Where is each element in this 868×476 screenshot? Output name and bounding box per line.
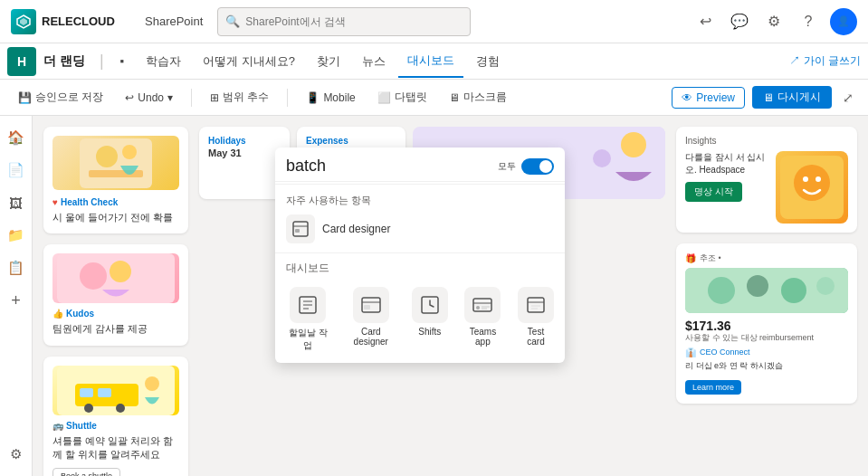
nav-cta[interactable]: ↗ 가이 글쓰기: [789, 53, 861, 69]
nav-divider: |: [100, 52, 104, 71]
popup-divider-2: [275, 252, 565, 253]
shuttle-image: [52, 366, 179, 415]
right-column: Insights 다를을 잠시 서 십시오. Headspace 명상 시작: [676, 127, 857, 465]
nav-how[interactable]: 어떻게 지내세요?: [194, 45, 304, 78]
learn-more-btn[interactable]: Learn more: [685, 380, 741, 395]
svg-rect-39: [473, 299, 491, 311]
left-nav-documents[interactable]: 📁: [2, 221, 31, 250]
svg-point-20: [794, 165, 830, 201]
desktop-btn[interactable]: 🖥 마스크름: [442, 86, 514, 109]
publish-btn[interactable]: 🖥 다시게시: [752, 86, 832, 109]
health-label: ♥ Health Check: [52, 197, 179, 207]
toolbar: 💾 승인으로 저장 ↩ Undo ▾ ⊞ 범위 추수 📱 Mobile ⬜ 다탭…: [0, 80, 868, 116]
section-btn[interactable]: ⊞ 범위 추수: [203, 86, 276, 109]
undo-icon: ↩: [125, 91, 134, 104]
nav-experience[interactable]: 경험: [467, 45, 509, 78]
kudos-card: 👍 Kudos 팀원에게 감사를 제공: [43, 244, 188, 345]
kudos-label: 👍 Kudos: [52, 309, 179, 319]
book-shuttle-btn[interactable]: Book a shuttle: [52, 468, 120, 476]
toggle-switch[interactable]: [521, 158, 554, 175]
mobile-btn[interactable]: 📱 Mobile: [299, 88, 362, 108]
expense-amount: $171.36: [685, 319, 848, 333]
insights-btn[interactable]: 명상 시작: [685, 182, 742, 202]
thumbs-icon: 👍: [52, 309, 63, 319]
toolbar-sep-2: [287, 89, 288, 107]
popup-toggle[interactable]: 모두: [498, 158, 554, 175]
left-nav: 🏠 📄 🖼 📁 📋 + ⚙: [0, 116, 33, 476]
fullscreen-btn[interactable]: ⤢: [839, 87, 857, 109]
nav-find[interactable]: 찾기: [308, 45, 349, 78]
mobile-icon: 📱: [306, 91, 320, 104]
ceo-icon: 👔: [685, 347, 696, 357]
left-nav-lists[interactable]: 📋: [2, 253, 31, 282]
svg-rect-2: [80, 138, 152, 188]
popup-item-teams[interactable]: Teams app: [463, 287, 503, 352]
popup-item-card-designer[interactable]: Card designer: [345, 287, 397, 352]
expense-desc: 사용할 수 있는 대상 reimbursement: [685, 333, 848, 344]
holidays-date: May 31: [208, 148, 281, 158]
card-designer-row[interactable]: Card designer: [275, 211, 565, 251]
left-nav-settings[interactable]: ⚙: [2, 440, 31, 469]
svg-point-41: [476, 306, 480, 309]
health-check-card: ♥ Health Check 시 울에 들어가기 전에 확를: [43, 127, 188, 233]
search-input[interactable]: [245, 15, 463, 28]
publish-icon: 🖥: [763, 91, 774, 104]
expense-card-label: 추조 •: [700, 252, 721, 264]
nav-dashboard[interactable]: 대시보드: [398, 45, 463, 78]
sp-nav: H 더 랜딩 | ▪ 학습자 어떻게 지내세요? 찾기 뉴스 대시보드 경험 ↗…: [0, 43, 868, 80]
help-icon[interactable]: ?: [796, 9, 821, 34]
search-bar[interactable]: 🔍: [217, 7, 471, 36]
svg-rect-11: [80, 388, 93, 397]
left-nav-add[interactable]: +: [2, 286, 31, 315]
undo-btn[interactable]: ↩ Undo ▾: [118, 88, 180, 108]
chat-icon[interactable]: 💬: [727, 9, 752, 34]
left-nav-home[interactable]: 🏠: [2, 123, 31, 152]
expense-card-image: [685, 268, 848, 313]
save-btn[interactable]: 💾 승인으로 저장: [11, 86, 110, 109]
svg-point-18: [593, 149, 611, 167]
preview-btn[interactable]: 👁 Preview: [672, 87, 745, 109]
teams-label: Teams app: [463, 327, 503, 347]
top-bar: RELECLOUD SharePoint 🔍 ↩ 💬 ⚙ ? 👤: [0, 0, 868, 43]
svg-point-15: [145, 376, 159, 391]
product-name: SharePoint: [145, 14, 203, 28]
health-card-image: [52, 136, 179, 190]
chevron-down-icon: ▾: [167, 91, 173, 104]
shuttle-text: 셔틀를 예약 일괄 처리와 함께 할 위치를 알려주세요: [52, 434, 179, 462]
svg-point-13: [84, 404, 93, 413]
avatar[interactable]: 👤: [830, 8, 857, 35]
left-nav-images[interactable]: 🖼: [2, 188, 31, 217]
card-designer-item-icon: [353, 287, 389, 323]
svg-point-14: [116, 404, 125, 413]
ceo-text: 리 더십 e와 연 락 하시겠습: [685, 361, 848, 372]
settings-icon[interactable]: ⚙: [761, 9, 787, 34]
reimbursement-card: 🎁 추조 • $171.36 사용할 수 있는 대상 reimbursement…: [676, 243, 857, 404]
svg-rect-44: [528, 298, 544, 312]
kudos-image: [52, 253, 179, 303]
app-logo: RELECLOUD: [11, 9, 138, 34]
reply-icon[interactable]: ↩: [692, 9, 718, 34]
popup-divider-1: [275, 184, 565, 185]
svg-point-27: [816, 277, 835, 295]
toolbar-sep-1: [191, 89, 192, 107]
search-icon: 🔍: [225, 14, 240, 28]
svg-point-3: [96, 146, 118, 167]
popup-item-testcard[interactable]: Test card: [518, 287, 554, 352]
popup-search-row: batch 모두: [275, 148, 565, 182]
tasks-icon: [290, 287, 326, 323]
ceo-label: CEO Connect: [700, 347, 750, 357]
expenses-label: Expenses: [306, 136, 396, 146]
svg-point-8: [110, 261, 131, 282]
left-column: ♥ Health Check 시 울에 들어가기 전에 확를 👍 Kudos 팀…: [43, 127, 188, 465]
popup-item-tasks[interactable]: 할일날 작업: [286, 287, 330, 352]
nav-news[interactable]: 뉴스: [353, 45, 395, 78]
popup-item-shifts[interactable]: Shifts: [412, 287, 448, 352]
svg-point-25: [747, 275, 768, 297]
nav-learners[interactable]: 학습자: [137, 45, 190, 78]
insights-card: Insights 다를을 잠시 서 십시오. Headspace 명상 시작: [676, 127, 857, 233]
tablet-btn[interactable]: ⬜ 다탭릿: [370, 86, 434, 109]
left-nav-pages[interactable]: 📄: [2, 156, 31, 185]
bus-icon: 🚌: [52, 421, 63, 431]
nav-dot[interactable]: ▪: [111, 45, 134, 78]
shuttle-label: 🚌 Shuttle: [52, 421, 179, 431]
